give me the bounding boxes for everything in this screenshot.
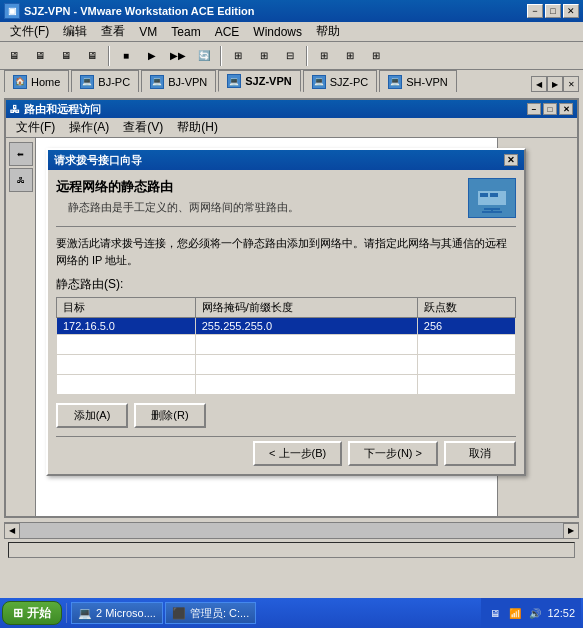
start-icon: ⊞ [13,606,23,620]
table-empty-row-1 [57,335,516,355]
taskbar-items: 💻 2 Microso.... ⬛ 管理员: C:... [71,602,479,624]
tab-prev-button[interactable]: ◀ [531,76,547,92]
toolbar-btn-4[interactable]: 🖥 [80,45,104,67]
inner-window-title-bar: 🖧 路由和远程访问 − □ ✕ [6,100,577,118]
maximize-button[interactable]: □ [545,4,561,18]
inner-window-title-text: 路由和远程访问 [24,102,101,117]
sidebar-icon-2[interactable]: 🖧 [9,168,33,192]
inner-content: ⬅ 🖧 请求拨号接口向导 ✕ [6,138,577,516]
bj-vpn-tab-icon: 💻 [150,75,164,89]
taskbar-item-2-label: 管理员: C:... [190,606,249,621]
cell-mask: 255.255.255.0 [195,318,417,335]
toolbar-separator-2 [220,46,222,66]
tab-sh-vpn-label: SH-VPN [406,76,448,88]
tab-bj-vpn[interactable]: 💻 BJ-VPN [141,70,216,92]
dialog-body: 远程网络的静态路由 静态路由是手工定义的、两网络间的常驻路由。 [48,170,524,474]
inner-menu-bar: 文件(F) 操作(A) 查看(V) 帮助(H) [6,118,577,138]
col-hops: 跃点数 [417,298,515,318]
table-empty-row-3 [57,375,516,395]
col-mask: 网络掩码/前缀长度 [195,298,417,318]
inner-menu-action[interactable]: 操作(A) [63,118,115,137]
toolbar-btn-1[interactable]: 🖥 [2,45,26,67]
menu-file[interactable]: 文件(F) [4,21,55,42]
taskbar-item-2[interactable]: ⬛ 管理员: C:... [165,602,256,624]
dialog-overlay: 请求拨号接口向导 ✕ 远程网络的静态路由 静态路由是手工定义的、两网络间的常驻路… [36,138,577,516]
menu-team[interactable]: Team [165,23,206,41]
inner-minimize-button[interactable]: − [527,103,541,115]
scroll-right-button[interactable]: ▶ [563,523,579,539]
minimize-button[interactable]: − [527,4,543,18]
taskbar-item-1[interactable]: 💻 2 Microso.... [71,602,163,624]
toolbar-btn-8[interactable]: 🔄 [192,45,216,67]
toolbar-btn-7[interactable]: ▶▶ [166,45,190,67]
menu-vm[interactable]: VM [133,23,163,41]
tab-close-button[interactable]: ✕ [563,76,579,92]
tab-sjz-pc[interactable]: 💻 SJZ-PC [303,70,378,92]
svg-rect-2 [480,193,488,197]
tab-bj-vpn-label: BJ-VPN [168,76,207,88]
menu-windows[interactable]: Windows [247,23,308,41]
tab-next-button[interactable]: ▶ [547,76,563,92]
dialog: 请求拨号接口向导 ✕ 远程网络的静态路由 静态路由是手工定义的、两网络间的常驻路… [46,148,526,476]
menu-ace[interactable]: ACE [209,23,246,41]
toolbar-btn-13[interactable]: ⊞ [338,45,362,67]
toolbar-btn-14[interactable]: ⊞ [364,45,388,67]
toolbar-btn-11[interactable]: ⊟ [278,45,302,67]
tab-home[interactable]: 🏠 Home [4,70,69,92]
back-button[interactable]: < 上一步(B) [253,441,342,466]
home-tab-icon: 🏠 [13,75,27,89]
menu-bar: 文件(F) 编辑 查看 VM Team ACE Windows 帮助 [0,22,583,42]
toolbar-btn-2[interactable]: 🖥 [28,45,52,67]
inner-menu-help[interactable]: 帮助(H) [171,118,224,137]
scroll-track[interactable] [20,523,563,539]
dialog-close-button[interactable]: ✕ [504,154,518,166]
toolbar-separator-3 [306,46,308,66]
tab-bj-pc-label: BJ-PC [98,76,130,88]
cancel-button[interactable]: 取消 [444,441,516,466]
close-button[interactable]: ✕ [563,4,579,18]
toolbar-btn-6[interactable]: ▶ [140,45,164,67]
inner-menu-view[interactable]: 查看(V) [117,118,169,137]
svg-rect-6 [482,211,502,213]
toolbar-btn-10[interactable]: ⊞ [252,45,276,67]
status-panel [8,542,575,558]
title-bar: ▣ SJZ-VPN - VMware Workstation ACE Editi… [0,0,583,22]
tab-sjz-vpn[interactable]: 💻 SJZ-VPN [218,70,300,92]
inner-window-icon: 🖧 [10,104,20,115]
delete-route-button[interactable]: 删除(R) [134,403,206,428]
tab-bj-pc[interactable]: 💻 BJ-PC [71,70,139,92]
inner-maximize-button[interactable]: □ [543,103,557,115]
inner-menu-file[interactable]: 文件(F) [10,118,61,137]
nav-button-row: < 上一步(B) 下一步(N) > 取消 [56,436,516,466]
toolbar-separator-1 [108,46,110,66]
sh-vpn-tab-icon: 💻 [388,75,402,89]
col-dest: 目标 [57,298,196,318]
dialog-header-icon [468,178,516,218]
dialog-header: 远程网络的静态路由 静态路由是手工定义的、两网络间的常驻路由。 [56,178,516,227]
toolbar-btn-3[interactable]: 🖥 [54,45,78,67]
main-area: 🖧 路由和远程访问 − □ ✕ 文件(F) 操作(A) 查看(V) 帮助(H) … [0,94,583,604]
table-row[interactable]: 172.16.5.0 255.255.255.0 256 [57,318,516,335]
toolbar-btn-5[interactable]: ■ [114,45,138,67]
table-empty-row-2 [57,355,516,375]
taskbar-separator [66,603,67,623]
sidebar-icon-1[interactable]: ⬅ [9,142,33,166]
menu-help[interactable]: 帮助 [310,21,346,42]
tab-home-label: Home [31,76,60,88]
add-route-button[interactable]: 添加(A) [56,403,128,428]
inner-main: 请求拨号接口向导 ✕ 远程网络的静态路由 静态路由是手工定义的、两网络间的常驻路… [36,138,577,516]
tab-sh-vpn[interactable]: 💻 SH-VPN [379,70,457,92]
horizontal-scrollbar[interactable]: ◀ ▶ [4,522,579,538]
next-button[interactable]: 下一步(N) > [348,441,438,466]
menu-edit[interactable]: 编辑 [57,21,93,42]
start-button[interactable]: ⊞ 开始 [2,601,62,625]
dialog-title-text: 请求拨号接口向导 [54,153,142,168]
inner-close-button[interactable]: ✕ [559,103,573,115]
toolbar-btn-12[interactable]: ⊞ [312,45,336,67]
dialog-header-text: 远程网络的静态路由 静态路由是手工定义的、两网络间的常驻路由。 [56,178,460,215]
tab-sjz-vpn-label: SJZ-VPN [245,75,291,87]
menu-view[interactable]: 查看 [95,21,131,42]
scroll-left-button[interactable]: ◀ [4,523,20,539]
toolbar-btn-9[interactable]: ⊞ [226,45,250,67]
tray-time: 12:52 [547,607,575,619]
